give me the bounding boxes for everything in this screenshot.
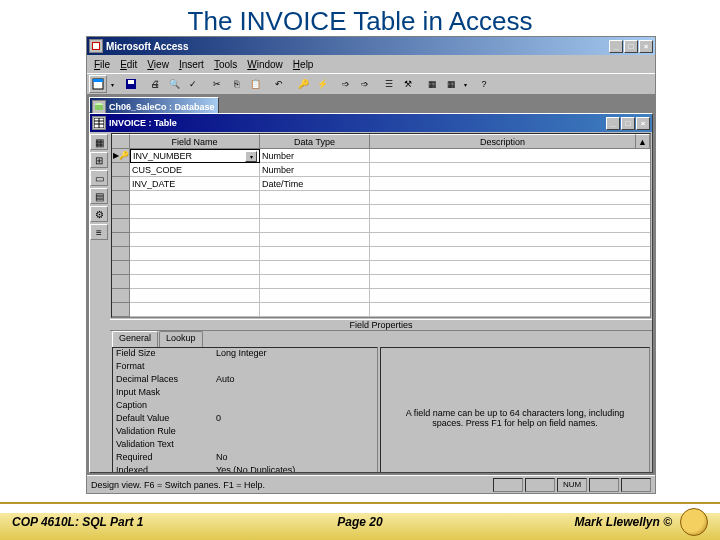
design-close-button[interactable]: × (636, 117, 650, 130)
print-button[interactable]: 🖨 (146, 75, 164, 93)
grid-rows: ▶🔑 INV_NUMBER▾ Number CUS_CODE Number (112, 149, 650, 317)
row-selector[interactable] (112, 177, 130, 191)
empty-field-row[interactable] (112, 247, 650, 261)
view-dropdown[interactable]: ▾ (108, 75, 116, 93)
description-cell[interactable] (370, 149, 650, 163)
field-row[interactable]: CUS_CODE Number (112, 163, 650, 177)
menu-edit[interactable]: Edit (115, 58, 142, 71)
property-row[interactable]: Field SizeLong Integer (113, 348, 377, 361)
description-cell[interactable] (370, 163, 650, 177)
row-selector[interactable]: ▶🔑 (112, 149, 130, 163)
data-type-cell[interactable]: Number (260, 163, 370, 177)
empty-field-row[interactable] (112, 205, 650, 219)
paste-button[interactable]: 📋 (246, 75, 264, 93)
menu-file[interactable]: File (89, 58, 115, 71)
property-row[interactable]: Format (113, 361, 377, 374)
status-cell (589, 478, 619, 492)
minimize-button[interactable]: _ (609, 40, 623, 53)
cut-button[interactable]: ✂ (208, 75, 226, 93)
field-row[interactable]: INV_DATE Date/Time (112, 177, 650, 191)
forms-tab-icon[interactable]: ▭ (90, 170, 108, 186)
property-row[interactable]: Caption (113, 400, 377, 413)
property-grid: Field SizeLong Integer Format Decimal Pl… (112, 347, 378, 472)
description-header: Description (370, 134, 636, 148)
new-object-button[interactable]: ▦ (442, 75, 460, 93)
database-window[interactable]: Ch06_SaleCo : Database (89, 97, 219, 113)
status-num: NUM (557, 478, 587, 492)
save-button[interactable] (122, 75, 140, 93)
preview-button[interactable]: 🔍 (165, 75, 183, 93)
property-row[interactable]: Validation Rule (113, 426, 377, 439)
status-cell (525, 478, 555, 492)
new-object-dropdown[interactable]: ▾ (461, 75, 469, 93)
empty-field-row[interactable] (112, 219, 650, 233)
description-cell[interactable] (370, 177, 650, 191)
undo-button[interactable]: ↶ (270, 75, 288, 93)
empty-field-row[interactable] (112, 289, 650, 303)
data-type-cell[interactable]: Date/Time (260, 177, 370, 191)
field-name-cell[interactable]: CUS_CODE (130, 163, 260, 177)
data-type-header: Data Type (260, 134, 370, 148)
property-row[interactable]: IndexedYes (No Duplicates) (113, 465, 377, 472)
property-row[interactable]: Default Value0 (113, 413, 377, 426)
empty-field-row[interactable] (112, 191, 650, 205)
property-row[interactable]: Validation Text (113, 439, 377, 452)
primary-key-button[interactable]: 🔑 (294, 75, 312, 93)
status-text: Design view. F6 = Switch panes. F1 = Hel… (91, 480, 265, 490)
delete-rows-button[interactable]: ➩ (356, 75, 374, 93)
field-name-cell[interactable]: INV_DATE (130, 177, 260, 191)
row-selector[interactable] (112, 163, 130, 177)
field-row[interactable]: ▶🔑 INV_NUMBER▾ Number (112, 149, 650, 163)
footer-page: Page 20 (337, 515, 382, 529)
tables-tab-icon[interactable]: ▦ (90, 134, 108, 150)
empty-field-row[interactable] (112, 303, 650, 317)
menu-view[interactable]: View (142, 58, 174, 71)
design-minimize-button[interactable]: _ (606, 117, 620, 130)
dropdown-icon[interactable]: ▾ (245, 151, 257, 162)
design-titlebar: INVOICE : Table _ □ × (90, 114, 652, 132)
empty-field-row[interactable] (112, 275, 650, 289)
property-row[interactable]: RequiredNo (113, 452, 377, 465)
maximize-button[interactable]: □ (624, 40, 638, 53)
property-row[interactable]: Decimal PlacesAuto (113, 374, 377, 387)
reports-tab-icon[interactable]: ▤ (90, 188, 108, 204)
scroll-up-button[interactable]: ▲ (636, 134, 650, 148)
svg-rect-1 (93, 43, 99, 49)
empty-field-row[interactable] (112, 233, 650, 247)
help-button[interactable]: ? (475, 75, 493, 93)
menu-help[interactable]: Help (288, 58, 319, 71)
svg-rect-7 (95, 105, 103, 110)
footer-left: COP 4610L: SQL Part 1 (12, 515, 143, 529)
empty-field-row[interactable] (112, 261, 650, 275)
menu-tools[interactable]: Tools (209, 58, 242, 71)
tab-lookup[interactable]: Lookup (159, 331, 203, 347)
field-properties-pane: General Lookup Field SizeLong Integer Fo… (110, 331, 652, 472)
menu-window[interactable]: Window (242, 58, 288, 71)
menubar: File Edit View Insert Tools Window Help (87, 55, 655, 73)
row-selector-header (112, 134, 130, 148)
menu-insert[interactable]: Insert (174, 58, 209, 71)
field-grid: Field Name Data Type Description ▲ ▶🔑 IN… (111, 133, 651, 318)
insert-rows-button[interactable]: ➩ (337, 75, 355, 93)
close-button[interactable]: × (639, 40, 653, 53)
database-window-title: Ch06_SaleCo : Database (109, 102, 216, 112)
property-row[interactable]: Input Mask (113, 387, 377, 400)
view-button[interactable] (89, 75, 107, 93)
copy-button[interactable]: ⎘ (227, 75, 245, 93)
design-maximize-button[interactable]: □ (621, 117, 635, 130)
grid-header: Field Name Data Type Description ▲ (112, 134, 650, 149)
mdi-area: Ch06_SaleCo : Database INVOICE : Table _… (87, 95, 655, 475)
data-type-cell[interactable]: Number (260, 149, 370, 163)
modules-tab-icon[interactable]: ≡ (90, 224, 108, 240)
build-button[interactable]: ⚒ (399, 75, 417, 93)
tab-general[interactable]: General (112, 331, 158, 347)
design-window-title: INVOICE : Table (109, 118, 606, 128)
spelling-button[interactable]: ✓ (184, 75, 202, 93)
status-cell (493, 478, 523, 492)
field-name-cell[interactable]: INV_NUMBER▾ (130, 149, 260, 163)
queries-tab-icon[interactable]: ⊞ (90, 152, 108, 168)
indexes-button[interactable]: ⚡ (313, 75, 331, 93)
macros-tab-icon[interactable]: ⚙ (90, 206, 108, 222)
properties-button[interactable]: ☰ (380, 75, 398, 93)
db-window-button[interactable]: ▦ (423, 75, 441, 93)
